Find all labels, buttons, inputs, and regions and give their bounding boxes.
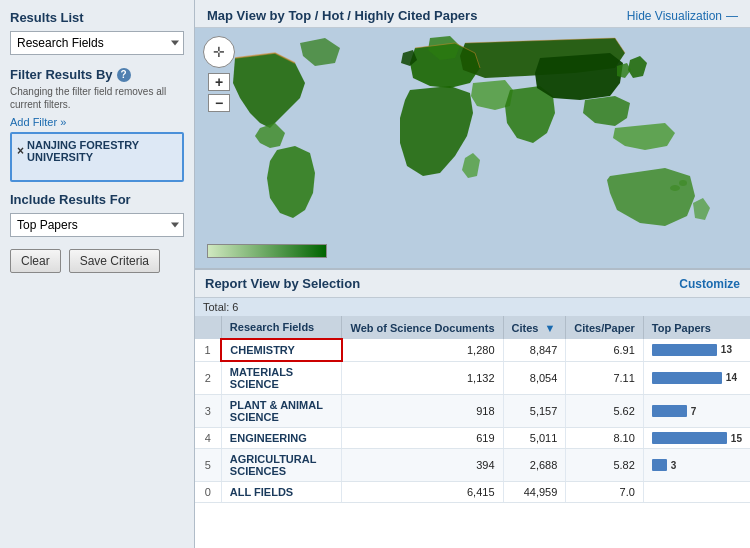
top-papers-cell: 15 <box>643 428 750 449</box>
rank-cell: 1 <box>195 339 221 361</box>
cites-per-paper-cell: 5.62 <box>566 395 644 428</box>
top-papers-cell: 3 <box>643 449 750 482</box>
bar-container: 13 <box>652 344 742 356</box>
filter-tags-box: × NANJING FORESTRY UNIVERSITY <box>10 132 184 182</box>
table-header-row: Report View by Selection Customize <box>195 270 750 298</box>
col-wos-header: Web of Science Documents <box>342 316 503 339</box>
map-nav-control: ✛ + − <box>203 36 235 112</box>
cites-cell: 5,157 <box>503 395 566 428</box>
column-headers: Research Fields Web of Science Documents… <box>195 316 750 339</box>
include-results-select[interactable]: Top Papers <box>10 213 184 237</box>
rank-cell: 2 <box>195 361 221 395</box>
bar-fill <box>652 405 687 417</box>
map-pan-control[interactable]: ✛ <box>203 36 235 68</box>
cites-per-paper-cell: 5.82 <box>566 449 644 482</box>
col-field-header: Research Fields <box>221 316 342 339</box>
top-papers-cell <box>643 482 750 503</box>
include-results-dropdown-container: Top Papers <box>10 213 184 237</box>
zoom-out-button[interactable]: − <box>208 94 230 112</box>
filter-results-title: Filter Results By <box>10 67 113 82</box>
cites-cell: 44,959 <box>503 482 566 503</box>
col-rank-header <box>195 316 221 339</box>
table-row: 5AGRICULTURAL SCIENCES3942,6885.82 3 <box>195 449 750 482</box>
include-results-title: Include Results For <box>10 192 184 207</box>
wos-cell: 1,280 <box>342 339 503 361</box>
field-name-cell[interactable]: PLANT & ANIMAL SCIENCE <box>221 395 342 428</box>
cites-cell: 8,054 <box>503 361 566 395</box>
save-criteria-button[interactable]: Save Criteria <box>69 249 160 273</box>
bar-label: 13 <box>721 344 732 355</box>
total-row: Total: 6 <box>195 298 750 316</box>
filter-tag-remove[interactable]: × <box>17 144 24 158</box>
field-name-cell[interactable]: ALL FIELDS <box>221 482 342 503</box>
cites-cell: 8,847 <box>503 339 566 361</box>
total-label: Total: 6 <box>195 298 342 316</box>
svg-point-2 <box>679 180 687 186</box>
top-papers-cell: 14 <box>643 361 750 395</box>
cites-sort-arrow: ▼ <box>545 322 556 334</box>
pan-arrows-icon: ✛ <box>213 45 225 59</box>
results-list-title: Results List <box>10 10 184 25</box>
cites-per-paper-cell: 8.10 <box>566 428 644 449</box>
table-row: 2MATERIALS SCIENCE1,1328,0547.11 14 <box>195 361 750 395</box>
left-panel: Results List Research Fields Filter Resu… <box>0 0 195 548</box>
field-name-cell[interactable]: AGRICULTURAL SCIENCES <box>221 449 342 482</box>
map-title: Map View by Top / Hot / Highly Cited Pap… <box>207 8 477 23</box>
bar-label: 14 <box>726 372 737 383</box>
hide-visualization-link[interactable]: Hide Visualization — <box>627 9 738 23</box>
bar-fill <box>652 372 722 384</box>
right-panel: Map View by Top / Hot / Highly Cited Pap… <box>195 0 750 548</box>
bar-container: 15 <box>652 432 742 444</box>
cites-per-paper-cell: 7.0 <box>566 482 644 503</box>
button-row: Clear Save Criteria <box>10 249 184 273</box>
zoom-in-button[interactable]: + <box>208 73 230 91</box>
total-toppapers-placeholder <box>643 298 750 316</box>
top-papers-cell: 13 <box>643 339 750 361</box>
wos-cell: 6,415 <box>342 482 503 503</box>
results-table: Total: 6 Research Fields Web of Science … <box>195 298 750 503</box>
field-name-cell[interactable]: CHEMISTRY <box>221 339 342 361</box>
field-name-cell[interactable]: ENGINEERING <box>221 428 342 449</box>
hide-viz-dash: — <box>726 9 738 23</box>
results-list-dropdown-container: Research Fields <box>10 31 184 55</box>
bar-container: 3 <box>652 459 742 471</box>
clear-button[interactable]: Clear <box>10 249 61 273</box>
bar-container: 14 <box>652 372 742 384</box>
total-wos-placeholder <box>342 298 503 316</box>
rank-cell: 5 <box>195 449 221 482</box>
field-name-cell[interactable]: MATERIALS SCIENCE <box>221 361 342 395</box>
filter-tag: × NANJING FORESTRY UNIVERSITY <box>17 139 177 163</box>
total-cites-placeholder <box>503 298 566 316</box>
include-section: Include Results For Top Papers <box>10 192 184 237</box>
total-citespaper-placeholder <box>566 298 644 316</box>
customize-link[interactable]: Customize <box>679 277 740 291</box>
filter-note: Changing the filter field removes all cu… <box>10 85 184 111</box>
bar-container: 7 <box>652 405 742 417</box>
bar-label: 3 <box>671 460 677 471</box>
col-toppapers-header: Top Papers <box>643 316 750 339</box>
table-row: 3PLANT & ANIMAL SCIENCE9185,1575.62 7 <box>195 395 750 428</box>
world-map-svg[interactable] <box>195 28 750 268</box>
wos-cell: 619 <box>342 428 503 449</box>
bar-label: 15 <box>731 433 742 444</box>
bar-fill <box>652 344 717 356</box>
cites-cell: 5,011 <box>503 428 566 449</box>
cites-cell: 2,688 <box>503 449 566 482</box>
table-body: 1CHEMISTRY1,2808,8476.91 13 2MATERIALS S… <box>195 339 750 503</box>
rank-cell: 3 <box>195 395 221 428</box>
wos-cell: 1,132 <box>342 361 503 395</box>
table-row: 4ENGINEERING6195,0118.10 15 <box>195 428 750 449</box>
table-section: Report View by Selection Customize Total… <box>195 268 750 548</box>
cites-per-paper-cell: 6.91 <box>566 339 644 361</box>
col-cites-header[interactable]: Cites ▼ <box>503 316 566 339</box>
wos-cell: 394 <box>342 449 503 482</box>
hide-viz-label: Hide Visualization <box>627 9 722 23</box>
results-list-select[interactable]: Research Fields <box>10 31 184 55</box>
report-title: Report View by Selection <box>205 276 360 291</box>
bar-fill <box>652 459 667 471</box>
bar-fill <box>652 432 727 444</box>
map-container: ✛ + − <box>195 28 750 268</box>
help-icon[interactable]: ? <box>117 68 131 82</box>
filter-title-row: Filter Results By ? <box>10 67 184 82</box>
add-filter-link[interactable]: Add Filter » <box>10 116 66 128</box>
